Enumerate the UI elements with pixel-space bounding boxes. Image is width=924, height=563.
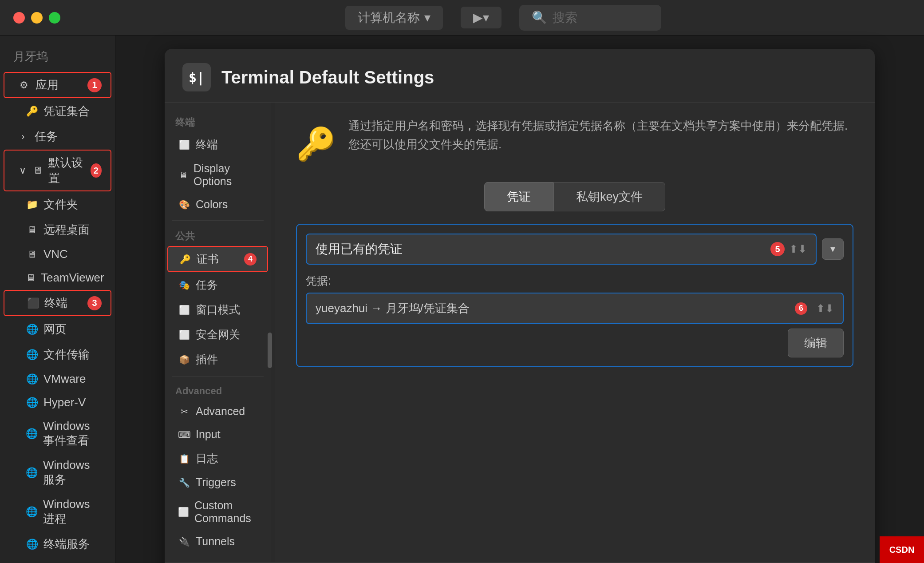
sidebar-item-terminal-service[interactable]: 🌐 终端服务 [4, 532, 111, 556]
sidebar-win-process-label: Windows 进程 [43, 497, 103, 527]
tab-row: 凭证 私钥key文件 [296, 182, 853, 211]
nav-item-tasks[interactable]: 🎭 任务 [167, 273, 268, 297]
nav-scrollbar-area [271, 103, 275, 562]
nav-item-colors[interactable]: 🎨 Colors [167, 193, 268, 216]
dialog-body: 终端 ⬜ 终端 🖥 Display Options 🎨 Colors 公共 [165, 103, 875, 562]
credential-type-dropdown-btn[interactable]: ▾ [822, 238, 844, 260]
nav-item-certificate[interactable]: 🔑 证书 4 [167, 246, 268, 272]
sidebar-defaults-label: 默认设置 [48, 155, 85, 186]
search-box[interactable]: 🔍 搜索 [519, 5, 661, 31]
search-placeholder: 搜索 [553, 9, 577, 26]
nav-terminal-label: 终端 [196, 137, 218, 152]
sidebar-item-terminal[interactable]: ⬛ 终端 3 [4, 290, 111, 316]
nav-custom-label: Custom Commands [194, 499, 257, 525]
sidebar-item-hyperv[interactable]: 🌐 Hyper-V [4, 391, 111, 414]
computer-name-button[interactable]: 计算机名称 ▾ [345, 6, 443, 30]
nav-security-label: 安全网关 [196, 327, 240, 342]
credential-box: 使用已有的凭证 5 ⬆⬇ ▾ 凭据: [296, 224, 853, 367]
sidebar-tasks-label: 任务 [35, 129, 58, 144]
sidebar-item-tasks[interactable]: › 任务 [4, 124, 111, 149]
credentials-icon: 🔑 [26, 105, 38, 118]
sidebar-terminal-label: 终端 [44, 295, 67, 311]
nav-item-log[interactable]: 📋 日志 [167, 446, 268, 471]
sidebar-item-remote-desktop[interactable]: 🖥 远程桌面 [4, 218, 111, 242]
nav-cert-label: 证书 [197, 252, 219, 266]
sidebar-item-powershell[interactable]: 🌐 PowerShell [4, 557, 111, 563]
badge-3: 3 [87, 296, 102, 310]
hyperv-icon: 🌐 [26, 396, 38, 409]
nav-item-tunnels[interactable]: 🔌 Tunnels [167, 530, 268, 553]
nav-item-plugins[interactable]: 📦 插件 [167, 347, 268, 372]
sidebar-item-web[interactable]: 🌐 网页 [4, 317, 111, 341]
app-title: 月牙坞 [0, 44, 115, 71]
nav-cert-icon: 🔑 [179, 253, 191, 266]
play-button[interactable]: ▶▾ [461, 7, 501, 28]
nav-item-security-gateway[interactable]: ⬜ 安全网关 [167, 322, 268, 347]
nav-plugins-label: 插件 [196, 352, 218, 367]
credential-select-row: yueyazhui → 月牙坞/凭证集合 6 ⬆⬇ [306, 293, 844, 324]
sidebar-vmware-label: VMware [43, 372, 86, 386]
nav-log-label: 日志 [196, 451, 218, 466]
nav-section-advanced: Advanced [165, 381, 271, 400]
nav-item-display-options[interactable]: 🖥 Display Options [167, 157, 268, 193]
terminal-icon-symbol: $| [189, 70, 205, 85]
sidebar-terminal-service-label: 终端服务 [43, 536, 90, 552]
terminal-service-icon: 🌐 [26, 538, 38, 551]
nav-item-input[interactable]: ⌨ Input [167, 423, 268, 446]
sidebar-item-apps[interactable]: ⚙ 应用 1 [4, 72, 111, 98]
nav-advanced-label: Advanced [196, 405, 245, 418]
nav-divider-2 [172, 376, 264, 377]
sidebar-item-files[interactable]: 📁 文件夹 [4, 192, 111, 217]
defaults-arrow-icon: ∨ [18, 164, 28, 177]
nav-security-icon: ⬜ [178, 329, 190, 341]
sidebar-item-windows-events[interactable]: 🌐 Windows 事件查看 [4, 415, 111, 453]
sidebar-remote-label: 远程桌面 [43, 222, 90, 238]
sidebar-item-teamviewer[interactable]: 🖥 TeamViewer [4, 266, 111, 289]
badge-2: 2 [91, 163, 102, 178]
defaults-icon: 🖥 [33, 164, 43, 177]
apps-icon: ⚙ [18, 79, 30, 91]
teamviewer-icon: 🖥 [26, 272, 36, 284]
titlebar: 计算机名称 ▾ ▶▾ 🔍 搜索 [0, 0, 924, 36]
nav-item-custom-commands[interactable]: ⬜ Custom Commands [167, 494, 268, 530]
nav-item-triggers[interactable]: 🔧 Triggers [167, 471, 268, 494]
chevron-down-icon: ▾ [424, 10, 430, 25]
maximize-button[interactable] [49, 12, 60, 24]
sidebar-hyperv-label: Hyper-V [43, 396, 86, 409]
dialog-content: 🔑 通过指定用户名和密码，选择现有凭据或指定凭据名称（主要在文档共享方案中使用）… [275, 103, 875, 562]
file-transfer-icon: 🌐 [26, 349, 38, 361]
badge-6: 6 [795, 302, 807, 315]
nav-display-icon: 🖥 [178, 169, 188, 181]
sidebar-item-vmware[interactable]: 🌐 VMware [4, 368, 111, 390]
credential-stepper-icon: ⬆⬇ [816, 302, 834, 315]
main-layout: 月牙坞 ⚙ 应用 1 🔑 凭证集合 › 任务 ∨ 🖥 默认设置 2 📁 文件夹 … [0, 36, 924, 563]
credential-type-select[interactable]: 使用已有的凭证 5 ⬆⬇ [306, 234, 817, 265]
nav-item-terminal[interactable]: ⬜ 终端 [167, 132, 268, 157]
sidebar-item-windows-services[interactable]: 🌐 Windows 服务 [4, 454, 111, 492]
nav-tasks-icon: 🎭 [178, 279, 190, 291]
dialog-panel: $| Terminal Default Settings 终端 ⬜ 终端 🖥 D… [165, 49, 875, 563]
nav-item-advanced[interactable]: ✂ Advanced [167, 400, 268, 423]
sidebar-item-vnc[interactable]: 🖥 VNC [4, 243, 111, 266]
close-button[interactable] [13, 12, 25, 24]
sidebar-item-windows-process[interactable]: 🌐 Windows 进程 [4, 493, 111, 531]
nav-custom-icon: ⬜ [178, 506, 189, 518]
tab-credential[interactable]: 凭证 [484, 182, 553, 211]
scrollbar-thumb[interactable] [268, 333, 272, 368]
sidebar-item-file-transfer[interactable]: 🌐 文件传输 [4, 342, 111, 367]
nav-section-public: 公共 [165, 225, 271, 246]
credential-select-field[interactable]: yueyazhui → 月牙坞/凭证集合 6 ⬆⬇ [306, 293, 844, 324]
sidebar-item-defaults[interactable]: ∨ 🖥 默认设置 2 [4, 150, 111, 191]
nav-window-label: 窗口模式 [196, 302, 240, 317]
sidebar-win-events-label: Windows 事件查看 [43, 419, 103, 448]
nav-item-window-mode[interactable]: ⬜ 窗口模式 [167, 297, 268, 322]
nav-display-label: Display Options [193, 162, 257, 188]
dialog-header: $| Terminal Default Settings [165, 49, 875, 103]
edit-button[interactable]: 编辑 [788, 329, 844, 357]
sidebar-item-credentials[interactable]: 🔑 凭证集合 [4, 99, 111, 123]
terminal-icon: ⬛ [27, 297, 39, 309]
tab-private-key[interactable]: 私钥key文件 [553, 182, 665, 211]
sidebar-vnc-label: VNC [43, 247, 68, 261]
dialog-title: Terminal Default Settings [221, 67, 434, 87]
minimize-button[interactable] [31, 12, 43, 24]
